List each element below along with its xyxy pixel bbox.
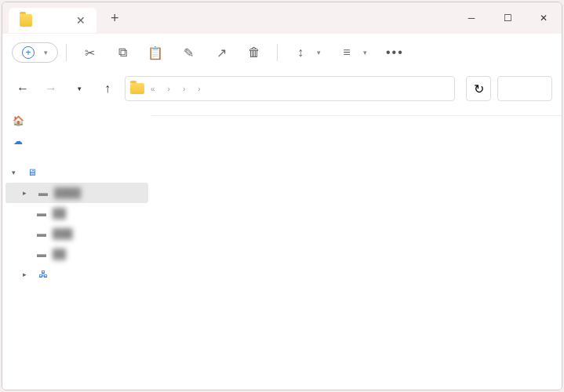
drive-icon: ▬ [35,248,48,260]
sidebar-home[interactable]: 🏠 [5,111,148,131]
refresh-button[interactable]: ↻ [466,76,491,101]
chevron-down-icon[interactable]: ▾ [12,169,21,176]
chevron-right-icon: « [151,85,155,93]
new-tab-button[interactable]: + [104,7,126,30]
close-button[interactable]: ✕ [526,2,562,34]
more-icon: ••• [386,45,404,60]
tab-plugins[interactable]: ✕ [9,8,96,33]
titlebar: ✕ + ─ ☐ ✕ [2,2,562,34]
folder-icon [20,14,32,27]
statusbar [2,369,562,390]
breadcrumb-seg[interactable] [173,87,180,90]
view-icon: ≡ [340,45,354,60]
chevron-right-icon: › [183,85,185,93]
close-tab-icon[interactable]: ✕ [76,14,86,27]
rows-container [151,116,562,369]
drive-icon: ▬ [35,227,48,240]
new-button[interactable]: + ▾ [12,42,58,63]
drive-icon: ▬ [37,187,49,199]
content: 🏠 ☁ ▾ 🖥 ▸ ▬ ████ ▬ ██ [2,106,562,369]
nav-row: ← → ▾ ↑ « › › › ↻ [2,71,562,106]
breadcrumb-seg[interactable] [188,87,195,90]
chevron-down-icon: ▾ [363,49,367,56]
home-icon: 🏠 [12,114,24,127]
drive-blur: ████ [54,187,81,198]
drive-blur: ██ [53,249,66,260]
forward-button[interactable]: → [40,78,62,100]
explorer-window: ✕ + ─ ☐ ✕ + ▾ ✂ ⧉ 📋 ✎ ↗ 🗑 ↕ ▾ ≡ ▾ [2,2,562,390]
breadcrumb[interactable]: « › › › [125,76,455,101]
more-button[interactable]: ••• [378,41,412,64]
toolbar: + ▾ ✂ ⧉ 📋 ✎ ↗ 🗑 ↕ ▾ ≡ ▾ ••• [2,34,562,71]
chevron-right-icon: › [168,85,170,93]
sidebar-drive-e[interactable]: ▬ ███ [5,223,148,244]
share-icon: ↗ [214,45,228,60]
sort-button[interactable]: ↕ ▾ [286,41,329,64]
column-headers [151,106,562,116]
network-icon: 🖧 [37,268,49,281]
rename-button[interactable]: ✎ [173,41,203,64]
separator [66,44,67,61]
sidebar-drive-c[interactable]: ▸ ▬ ████ [5,183,148,203]
maximize-button[interactable]: ☐ [489,2,526,34]
delete-icon: 🗑 [247,45,261,60]
paste-icon: 📋 [148,45,162,60]
sidebar: 🏠 ☁ ▾ 🖥 ▸ ▬ ████ ▬ ██ [2,106,151,369]
window-controls: ─ ☐ ✕ [453,2,562,34]
folder-icon [130,83,144,94]
drive-blur: ██ [53,208,66,219]
sidebar-network[interactable]: ▸ 🖧 [5,264,148,285]
copy-button[interactable]: ⧉ [107,41,137,64]
breadcrumb-seg[interactable] [158,87,165,90]
drive-icon: ▬ [35,207,48,220]
file-list [151,106,562,369]
up-button[interactable]: ↑ [96,78,118,100]
back-button[interactable]: ← [12,78,34,100]
chevron-down-icon: ▾ [44,49,48,56]
view-button[interactable]: ≡ ▾ [332,41,375,64]
drive-blur: ███ [53,228,73,239]
share-button[interactable]: ↗ [206,41,236,64]
sort-icon: ↕ [293,45,307,60]
chevron-down-icon: ▾ [317,49,321,56]
delete-button[interactable]: 🗑 [239,41,269,64]
plus-icon: + [22,46,35,59]
chevron-right-icon[interactable]: ▸ [23,270,32,278]
copy-icon: ⧉ [115,45,129,60]
sidebar-thispc[interactable]: ▾ 🖥 [5,162,148,183]
separator [277,44,278,61]
chevron-down-icon[interactable]: ▾ [68,78,90,100]
sidebar-drive-f[interactable]: ▬ ██ [5,244,148,264]
sidebar-onedrive[interactable]: ☁ [5,131,148,151]
rename-icon: ✎ [181,45,195,60]
cloud-icon: ☁ [12,135,24,147]
chevron-right-icon: › [198,85,200,93]
paste-button[interactable]: 📋 [140,41,170,64]
cut-icon: ✂ [82,45,96,60]
sidebar-drive-d[interactable]: ▬ ██ [5,203,148,223]
minimize-button[interactable]: ─ [453,2,489,34]
monitor-icon: 🖥 [26,166,38,179]
search-input[interactable] [497,76,552,101]
chevron-right-icon[interactable]: ▸ [23,189,32,197]
cut-button[interactable]: ✂ [75,41,104,64]
